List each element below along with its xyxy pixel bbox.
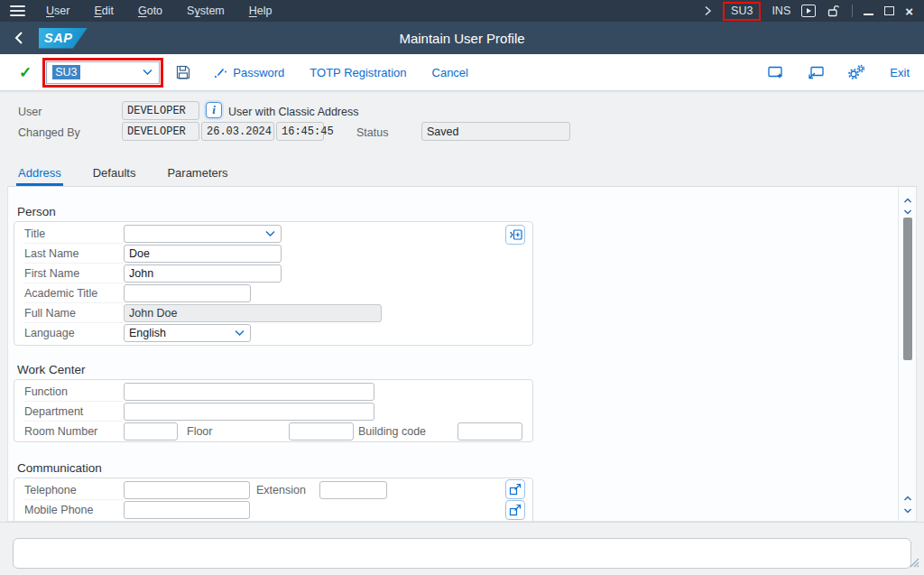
form-row-language: Language English [14, 323, 532, 343]
status-message-area[interactable] [13, 538, 911, 569]
command-field[interactable]: SU3 [46, 61, 160, 84]
menu-bar: User Edit Goto System Help SU3 INS [0, 0, 924, 22]
annotation-box-transaction-code: SU3 [723, 2, 761, 21]
info-icon[interactable]: i [206, 102, 222, 118]
status-label: Status [356, 126, 388, 139]
new-session-icon[interactable] [768, 66, 784, 79]
title-select[interactable] [124, 225, 282, 243]
menu-items: User Edit Goto System Help [46, 5, 272, 17]
first-name-field[interactable]: John [124, 264, 282, 283]
arrow-out-box-icon [509, 483, 522, 496]
tab-strip: Address Defaults Parameters [7, 163, 230, 186]
chevron-down-icon[interactable] [142, 69, 153, 76]
annotation-box-command-field: SU3 [42, 58, 163, 88]
extension-field[interactable] [319, 481, 387, 499]
form-row-full-name: Full Name John Doe [14, 303, 532, 323]
scroll-up-icon[interactable] [903, 496, 912, 502]
changed-by-field: DEVELOPER [122, 122, 199, 141]
resize-grip-icon[interactable] [910, 555, 919, 571]
page-title: Maintain User Profile [0, 31, 924, 46]
password-button[interactable]: Password [214, 66, 284, 79]
separator [852, 5, 853, 17]
form-row-function: Function [14, 382, 532, 402]
academic-title-field[interactable] [124, 284, 251, 302]
scrollbar-thumb[interactable] [903, 218, 912, 360]
add-address-version-button[interactable] [505, 225, 525, 245]
menu-system[interactable]: System [187, 5, 225, 17]
person-heading: Person [17, 205, 56, 218]
maximize-window-icon[interactable] [884, 6, 894, 15]
transaction-code-indicator: SU3 [731, 5, 753, 17]
scroll-up-icon[interactable] [903, 198, 912, 204]
changed-date-field: 26.03.2024 [201, 122, 274, 141]
menu-goto[interactable]: Goto [138, 5, 162, 17]
tab-parameters[interactable]: Parameters [165, 163, 229, 186]
room-number-field[interactable] [124, 422, 178, 441]
chevron-down-icon [264, 230, 276, 237]
extension-label: Extension [256, 484, 319, 496]
mobile-phone-field[interactable] [124, 501, 250, 519]
form-row-mobile-phone: Mobile Phone [14, 500, 532, 520]
menu-user[interactable]: User [46, 5, 69, 17]
pencil-icon [214, 67, 227, 79]
menubar-right-cluster: SU3 INS × [704, 2, 924, 21]
create-shortcut-icon[interactable] [808, 66, 824, 79]
scroll-down-icon[interactable] [903, 209, 912, 215]
hamburger-menu-icon[interactable] [10, 5, 25, 16]
command-field-value: SU3 [52, 65, 79, 79]
changed-time-field: 16:45:45 [276, 122, 324, 141]
cancel-button[interactable]: Cancel [432, 66, 468, 79]
totp-registration-button[interactable]: TOTP Registration [310, 66, 406, 79]
arrow-out-box-icon [509, 504, 522, 516]
macro-record-icon[interactable] [801, 5, 816, 17]
scroll-down-icon[interactable] [903, 507, 912, 514]
department-field[interactable] [124, 403, 374, 421]
floor-label: Floor [187, 425, 289, 438]
user-field: DEVELOPER [122, 101, 199, 120]
telephone-field[interactable] [124, 481, 250, 499]
insert-mode-indicator: INS [772, 5, 790, 17]
form-row-last-name: Last Name Doe [14, 244, 532, 264]
form-row-room: Room Number Floor Building code [14, 422, 532, 441]
menu-edit[interactable]: Edit [94, 5, 114, 17]
other-communication-mobile-button[interactable] [505, 500, 525, 520]
floor-field[interactable] [289, 422, 354, 441]
save-icon [176, 65, 190, 79]
save-button[interactable] [176, 65, 190, 79]
vertical-scrollbar[interactable] [898, 187, 916, 521]
tab-defaults[interactable]: Defaults [91, 163, 138, 186]
work-center-groupbox: Function Department Room Number Floor Bu… [14, 379, 533, 442]
communication-heading: Communication [17, 461, 102, 475]
chevron-down-icon [234, 329, 245, 337]
building-code-label: Building code [358, 425, 457, 438]
toolbar-right-cluster: Exit [768, 64, 924, 80]
status-bar [0, 522, 924, 575]
building-code-field[interactable] [457, 422, 522, 441]
work-center-heading: Work Center [17, 363, 86, 376]
overflow-chevron-icon[interactable] [704, 5, 712, 16]
menu-help[interactable]: Help [249, 5, 273, 17]
sap-gui-window: User Edit Goto System Help SU3 INS [0, 0, 924, 575]
back-button[interactable] [14, 31, 23, 45]
enter-check-button[interactable]: ✓ [19, 63, 32, 82]
form-row-telephone: Telephone Extension [14, 480, 532, 500]
minimize-window-icon[interactable] [864, 6, 873, 16]
exit-button[interactable]: Exit [890, 66, 910, 79]
settings-gears-icon[interactable] [847, 64, 866, 80]
title-bar: Maintain User Profile SAP [0, 22, 924, 54]
box-plus-arrow-icon [509, 228, 522, 241]
form-row-academic-title: Academic Title [14, 283, 532, 303]
unlocked-padlock-icon[interactable] [827, 4, 841, 18]
close-window-icon[interactable]: × [905, 6, 913, 16]
tab-address[interactable]: Address [16, 163, 63, 186]
other-communication-telephone-button[interactable] [505, 479, 525, 499]
language-select[interactable]: English [124, 324, 251, 342]
form-row-title: Title [14, 224, 532, 244]
communication-groupbox: Telephone Extension Mobile Phone [14, 478, 533, 522]
status-field: Saved [421, 122, 570, 141]
user-label: User [18, 106, 42, 118]
changed-by-label: Changed By [18, 126, 80, 139]
address-tab-panel: Person Title Last Name Doe First Name Jo… [7, 186, 917, 522]
function-field[interactable] [124, 383, 374, 401]
last-name-field[interactable]: Doe [124, 245, 282, 263]
